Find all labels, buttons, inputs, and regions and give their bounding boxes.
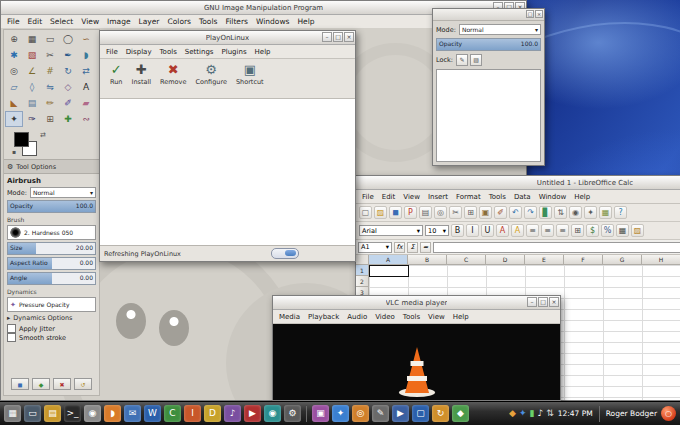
file-manager-icon[interactable]: ▤ xyxy=(44,405,61,422)
playonlinux-program-list[interactable] xyxy=(100,99,355,245)
gimp-menu-item[interactable]: File xyxy=(3,17,24,26)
move-tool[interactable]: ⊕ xyxy=(5,31,23,47)
save-icon[interactable]: ◼ xyxy=(389,206,402,219)
sum-button[interactable]: Σ xyxy=(407,242,418,253)
playonlinux-menu-item[interactable]: File xyxy=(102,48,122,56)
merge-cells-icon[interactable]: ⊞ xyxy=(571,224,584,237)
help-icon[interactable]: ? xyxy=(614,206,627,219)
network-tray-icon[interactable]: ⇅ xyxy=(546,409,554,418)
remove-button[interactable]: ✖ Remove xyxy=(160,63,186,98)
open-icon[interactable]: ▨ xyxy=(374,206,387,219)
calc-titlebar[interactable]: Untitled 1 - LibreOffice Calc – □ × xyxy=(356,176,680,190)
navigator-icon[interactable]: ✦ xyxy=(584,206,597,219)
package-manager-icon[interactable]: ◆ xyxy=(452,405,469,422)
calc-menu-item[interactable]: File xyxy=(358,193,378,201)
checkbox-row[interactable]: Apply Jitter xyxy=(7,324,96,333)
column-header[interactable]: D xyxy=(486,255,525,265)
checkbox-row[interactable]: Smooth stroke xyxy=(7,333,96,342)
maximize-icon[interactable]: □ xyxy=(538,297,548,307)
close-icon[interactable]: × xyxy=(344,32,354,42)
pencil-tool[interactable]: ✏ xyxy=(41,95,59,111)
vlc-menu-item[interactable]: Audio xyxy=(343,313,371,321)
align-right-icon[interactable]: ≡ xyxy=(556,224,569,237)
clock[interactable]: 12:47 PM xyxy=(558,409,593,418)
airbrush-tool[interactable]: ✦ xyxy=(5,111,23,127)
select-by-color-tool[interactable]: ▧ xyxy=(23,47,41,63)
chat-icon[interactable]: ✦ xyxy=(332,405,349,422)
gallery-icon[interactable]: ▦ xyxy=(599,206,612,219)
gimp-menu-item[interactable]: Filters xyxy=(221,17,251,26)
photos-icon[interactable]: ▣ xyxy=(312,405,329,422)
save-tool-preset-button[interactable]: ◼ xyxy=(11,378,29,390)
delete-tool-preset-button[interactable]: ✖ xyxy=(53,378,71,390)
ellipse-select-tool[interactable]: ◯ xyxy=(59,31,77,47)
run-button[interactable]: ✓ Run xyxy=(110,63,122,98)
install-button[interactable]: ✚ Install xyxy=(131,63,151,98)
copy-icon[interactable]: ⊞ xyxy=(464,206,477,219)
battery-tray-icon[interactable]: ▮ xyxy=(529,409,534,418)
draw-icon[interactable]: D xyxy=(204,405,221,422)
shutdown-button[interactable]: ○ xyxy=(661,406,676,421)
row-header[interactable]: 2 xyxy=(356,276,368,287)
calc-menu-item[interactable]: Insert xyxy=(424,193,452,201)
function-wizard-button[interactable]: fx xyxy=(394,242,405,253)
maximize-icon[interactable]: □ xyxy=(526,10,534,18)
column-header[interactable]: C xyxy=(447,255,486,265)
rectangle-select-tool[interactable]: ▭ xyxy=(41,31,59,47)
paintbrush-tool[interactable]: ✐ xyxy=(59,95,77,111)
column-header[interactable]: F xyxy=(564,255,603,265)
rotate-tool[interactable]: ↻ xyxy=(59,63,77,79)
crop-tool[interactable]: # xyxy=(41,63,59,79)
scissors-select-tool[interactable]: ✂ xyxy=(41,47,59,63)
music-player-icon[interactable]: ♪ xyxy=(224,405,241,422)
column-header[interactable]: B xyxy=(408,255,447,265)
bold-icon[interactable]: B xyxy=(451,224,464,237)
borders-icon[interactable]: ▦ xyxy=(616,224,629,237)
smudge-tool[interactable]: ∾ xyxy=(77,111,95,127)
calc-menu-item[interactable]: Format xyxy=(452,193,485,201)
new-icon[interactable]: ▢ xyxy=(359,206,372,219)
font-name-select[interactable]: Arial ▾ xyxy=(359,225,423,236)
shear-tool[interactable]: ▱ xyxy=(5,79,23,95)
firefox-icon[interactable]: ◗ xyxy=(104,405,121,422)
app-menu-icon[interactable]: ▦ xyxy=(4,405,21,422)
select-all-corner[interactable] xyxy=(356,255,369,265)
print-preview-icon[interactable]: ◎ xyxy=(434,206,447,219)
perspective-tool[interactable]: ◊ xyxy=(23,79,41,95)
vlc-menu-item[interactable]: Help xyxy=(449,313,473,321)
alignment-tool[interactable]: ▦ xyxy=(23,31,41,47)
flip-tool[interactable]: ⇋ xyxy=(41,79,59,95)
screenshot-icon[interactable]: ◉ xyxy=(264,405,281,422)
paste-icon[interactable]: ▣ xyxy=(479,206,492,219)
calc-menu-item[interactable]: View xyxy=(399,193,424,201)
text-editor-icon[interactable]: ✎ xyxy=(372,405,389,422)
scale-tool[interactable]: ⇄ xyxy=(77,63,95,79)
vlc-menu-item[interactable]: Media xyxy=(275,313,304,321)
maximize-icon[interactable]: □ xyxy=(333,32,343,42)
vlc-menu-item[interactable]: Tools xyxy=(399,313,424,321)
format-paintbrush-icon[interactable]: ✐ xyxy=(494,206,507,219)
gimp-menu-item[interactable]: View xyxy=(77,17,103,26)
zoom-tool[interactable]: ◎ xyxy=(5,63,23,79)
align-center-icon[interactable]: ≡ xyxy=(541,224,554,237)
cut-icon[interactable]: ✂ xyxy=(449,206,462,219)
gimp-menu-item[interactable]: Colors xyxy=(163,17,195,26)
foreground-color-swatch[interactable] xyxy=(14,132,29,147)
playonlinux-menu-item[interactable]: Tools xyxy=(156,48,181,56)
bucket-fill-tool[interactable]: ◣ xyxy=(5,95,23,111)
playonlinux-menu-item[interactable]: Plugins xyxy=(218,48,251,56)
vlc-menu-item[interactable]: View xyxy=(424,313,449,321)
checkbox[interactable] xyxy=(7,333,16,342)
function-button[interactable]: = xyxy=(420,242,431,253)
vlc-video-area[interactable] xyxy=(273,324,560,400)
minimize-icon[interactable]: – xyxy=(322,32,332,42)
dynamics-options-expander[interactable]: ▸ Dynamics Options xyxy=(7,314,96,322)
heal-tool[interactable]: ✚ xyxy=(59,111,77,127)
gimp-menu-item[interactable]: Windows xyxy=(252,17,293,26)
bluetooth-tray-icon[interactable]: ✦ xyxy=(519,409,527,418)
checkbox[interactable] xyxy=(7,324,16,333)
close-icon[interactable]: × xyxy=(549,297,559,307)
calc-icon[interactable]: C xyxy=(164,405,181,422)
percent-format-icon[interactable]: % xyxy=(601,224,614,237)
gimp-menu-item[interactable]: Image xyxy=(103,17,135,26)
